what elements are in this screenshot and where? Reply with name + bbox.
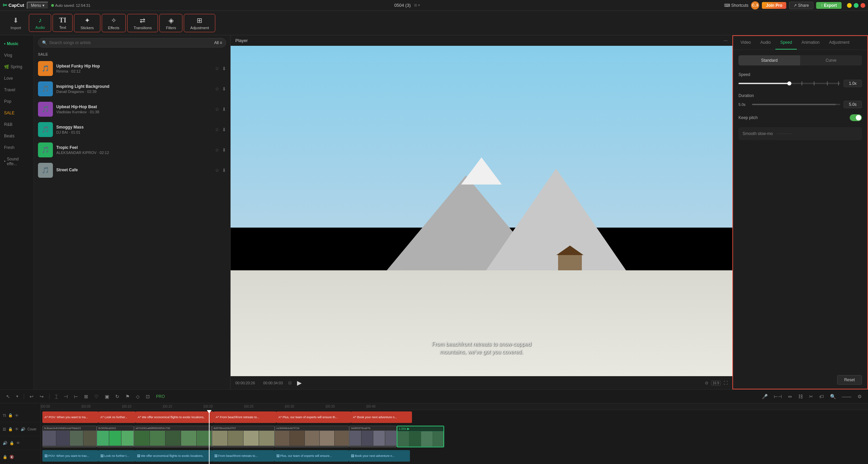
undo-tool[interactable]: ↩: [27, 392, 36, 401]
aspect-ratio-label[interactable]: 16:9: [711, 381, 721, 386]
list-item[interactable]: 🎵 Upbeat Funky Hip Hop Rimma · 02:12 ☆ ⬇: [34, 58, 230, 79]
tab-audio[interactable]: Audio: [755, 36, 775, 50]
keep-pitch-toggle[interactable]: [850, 114, 862, 121]
favorite-icon[interactable]: ☆: [215, 86, 219, 92]
eye-icon[interactable]: 👁: [15, 413, 19, 418]
favorite-icon[interactable]: ☆: [215, 127, 219, 132]
tab-animation[interactable]: Animation: [797, 36, 824, 50]
share-button[interactable]: ↗ Share: [789, 2, 813, 9]
standard-mode-button[interactable]: Standard: [738, 55, 800, 65]
text-clip[interactable]: Aᴬ POV: When you want to tra...: [42, 411, 98, 423]
text-clip[interactable]: Aᴬ From beachfront retreats to...: [214, 411, 276, 423]
download-icon[interactable]: ⬇: [222, 127, 226, 132]
select-tool[interactable]: ↖: [4, 392, 12, 401]
favorite-icon[interactable]: ☆: [215, 107, 219, 112]
list-item[interactable]: 🎵 Street Cafe ☆ ⬇: [34, 160, 230, 180]
cat-beats[interactable]: Beats: [0, 130, 34, 142]
tool-adjustment[interactable]: ⊞ Adjustment: [184, 14, 215, 32]
player-menu-icon[interactable]: ⋯: [724, 38, 728, 43]
duration-value-input[interactable]: 5.0s: [844, 101, 862, 108]
cat-vlog[interactable]: Vlog: [0, 50, 34, 61]
tool-import[interactable]: ⬇ Import: [4, 14, 27, 32]
audio-caption-clip[interactable]: 🖼 Book your next adventure n...: [349, 450, 410, 462]
maximize-button[interactable]: [854, 3, 859, 8]
eye-icon[interactable]: 👁: [15, 427, 19, 431]
list-item[interactable]: 🎵 Inspiring Light Background Danail Drag…: [34, 79, 230, 99]
download-icon[interactable]: ⬇: [222, 107, 226, 112]
audio-caption-clip[interactable]: 🖼 POV: When you want to trav...: [42, 450, 98, 462]
cat-music[interactable]: • Music: [0, 38, 34, 50]
lock-icon[interactable]: 🔒: [8, 427, 13, 431]
trim-right-tool[interactable]: ⊢: [72, 392, 80, 401]
tool-text[interactable]: TI Text: [53, 14, 73, 32]
audio-caption-clip[interactable]: 🖼 Look no further t...: [98, 450, 135, 462]
flag-tool[interactable]: ⚑: [123, 392, 132, 401]
mic-icon[interactable]: 🎤: [760, 392, 770, 401]
diamond-tool[interactable]: ◇: [134, 392, 142, 401]
tab-speed[interactable]: Speed: [775, 36, 797, 50]
cat-soundeffects[interactable]: • Sound effe...: [0, 153, 34, 170]
audio-caption-clip[interactable]: 🖼 Plus, our team of experts will ensure.…: [274, 450, 349, 462]
download-icon[interactable]: ⬇: [222, 168, 226, 173]
shortcuts-button[interactable]: ⌨ Shortcuts: [724, 3, 749, 8]
heart-tool[interactable]: ♡: [92, 392, 101, 401]
cat-love[interactable]: Love: [0, 73, 34, 84]
minimize-button[interactable]: [847, 3, 852, 8]
video-clip[interactable]: ce30948cb4d7f724: [275, 426, 349, 447]
tool-transitions[interactable]: ⇄ Transitions: [127, 14, 158, 32]
text-clip[interactable]: Aᴬ We offer economical flights to exotic…: [136, 411, 214, 423]
all-filter[interactable]: All ≡: [214, 40, 222, 45]
cat-rnb[interactable]: R&B: [0, 119, 34, 130]
cat-travel[interactable]: Travel: [0, 84, 34, 96]
cat-spring[interactable]: 🌿 Spring: [0, 61, 34, 73]
video-clip[interactable]: 3d365976ca67b: [349, 426, 397, 447]
fullscreen-icon[interactable]: ⛶: [724, 381, 728, 385]
cursor-tool[interactable]: ▾: [14, 393, 20, 400]
export-button[interactable]: ↑ Export: [816, 2, 842, 9]
cat-fresh[interactable]: Fresh: [0, 142, 34, 153]
duration-slider-track[interactable]: [752, 104, 840, 105]
video-clip[interactable]: 8d57f8ca104cf707: [212, 426, 275, 447]
cat-sale[interactable]: SALE: [0, 107, 34, 119]
lock-icon[interactable]: 🔒: [3, 455, 7, 459]
list-item[interactable]: 🎵 Upbeat Hip-Hop Beat Vladislav Kurnikov…: [34, 99, 230, 119]
video-clip[interactable]: a07c6301a66ff96009541730: [134, 426, 212, 447]
audio-caption-clip[interactable]: 🖼 From beachfront retreats to...: [212, 450, 274, 462]
trim-left-tool[interactable]: ⊣: [62, 392, 70, 401]
lock-icon[interactable]: 🔒: [9, 441, 14, 445]
delete-tool[interactable]: ⊠: [82, 392, 90, 401]
crop-tool[interactable]: ⊡: [144, 392, 152, 401]
favorite-icon[interactable]: ☆: [215, 168, 219, 173]
cat-pop[interactable]: Pop: [0, 96, 34, 107]
favorite-icon[interactable]: ☆: [215, 147, 219, 153]
speed-slider-track[interactable]: [738, 83, 840, 84]
split-tool[interactable]: ⌶: [53, 392, 60, 401]
download-icon[interactable]: ⬇: [222, 147, 226, 153]
zoom-slider[interactable]: ——: [840, 392, 853, 401]
tab-video[interactable]: Video: [736, 36, 755, 50]
download-icon[interactable]: ⬇: [222, 66, 226, 71]
mute-icon[interactable]: 🔇: [9, 455, 14, 459]
tool-stickers[interactable]: ✦ Stickers: [74, 14, 100, 32]
audio-caption-clip[interactable]: 🖼 We offer economical flights to exotic …: [135, 450, 212, 462]
pro-tool[interactable]: PRO: [154, 393, 167, 400]
tool-audio[interactable]: ♪ Audio: [29, 14, 51, 32]
menu-button[interactable]: Menu ▾: [27, 2, 48, 9]
reset-button[interactable]: Reset: [837, 375, 862, 385]
close-button[interactable]: [861, 3, 865, 8]
loop-tool[interactable]: ↻: [113, 392, 121, 401]
video-clip[interactable]: 6c5039ca0241: [97, 426, 134, 447]
tab-adjustment[interactable]: Adjustment: [824, 36, 854, 50]
merge-icon[interactable]: ⇔: [786, 392, 794, 401]
screenshot-icon[interactable]: ⊙: [705, 381, 708, 385]
tool-effects[interactable]: ✧ Effects: [102, 14, 126, 32]
join-pro-button[interactable]: Join Pro: [762, 2, 786, 9]
cut-icon[interactable]: ✂: [807, 392, 815, 401]
text-clip[interactable]: Aᴬ Book your next adventure n...: [351, 411, 412, 423]
tool-filters[interactable]: ◈ Filters: [159, 14, 182, 32]
speed-value-input[interactable]: 1.0x: [844, 80, 862, 87]
video-clip[interactable]: fe3bae2e4f199df2ceaf7fdab23: [42, 426, 97, 447]
link-icon[interactable]: ⛓: [796, 392, 805, 401]
play-button[interactable]: ▶: [297, 379, 302, 387]
curve-mode-button[interactable]: Curve: [800, 55, 862, 65]
